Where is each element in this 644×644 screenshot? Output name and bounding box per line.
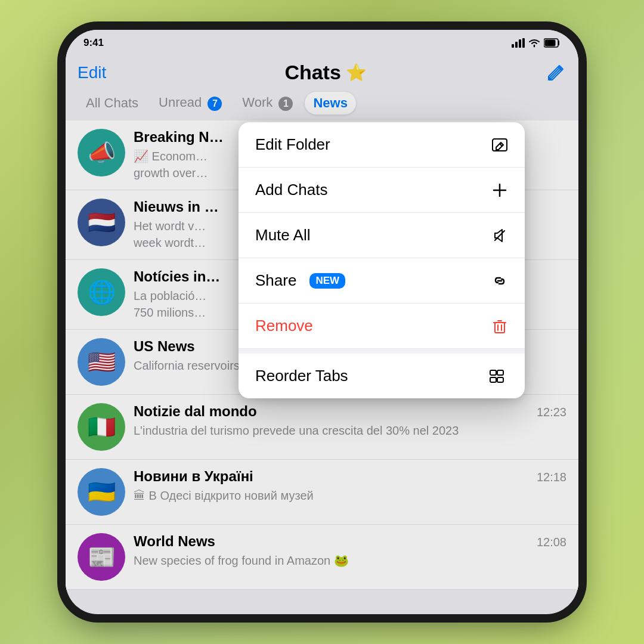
mute-all-icon [491, 227, 508, 244]
menu-item-add-chats[interactable]: Add Chats [239, 168, 525, 213]
menu-label-remove: Remove [255, 317, 313, 335]
context-menu: Edit Folder Add Chats Mute All [239, 122, 525, 398]
menu-item-mute-all[interactable]: Mute All [239, 213, 525, 258]
menu-divider [239, 349, 525, 354]
add-chats-icon [491, 182, 508, 199]
menu-item-reorder-tabs[interactable]: Reorder Tabs [239, 354, 525, 398]
menu-label-mute-all: Mute All [255, 226, 311, 244]
svg-rect-18 [497, 370, 503, 375]
phone-frame: 9:41 [0, 0, 644, 644]
reorder-tabs-icon [489, 368, 508, 385]
menu-share-left: Share NEW [255, 271, 345, 290]
svg-rect-12 [495, 323, 504, 333]
menu-item-edit-folder[interactable]: Edit Folder [239, 122, 525, 168]
edit-folder-icon [491, 137, 508, 153]
remove-trash-icon [491, 318, 508, 335]
svg-rect-20 [497, 377, 503, 382]
new-badge: NEW [309, 273, 345, 289]
share-link-icon [491, 273, 508, 289]
menu-label-edit-folder: Edit Folder [255, 135, 330, 154]
menu-label-share: Share [255, 271, 296, 290]
menu-label-add-chats: Add Chats [255, 181, 327, 199]
menu-label-reorder-tabs: Reorder Tabs [255, 367, 348, 385]
menu-item-share[interactable]: Share NEW [239, 258, 525, 304]
svg-rect-19 [490, 377, 496, 382]
svg-rect-17 [490, 370, 496, 375]
phone-screen: 9:41 [66, 30, 578, 614]
menu-item-remove[interactable]: Remove [239, 304, 525, 349]
svg-line-10 [495, 231, 504, 240]
